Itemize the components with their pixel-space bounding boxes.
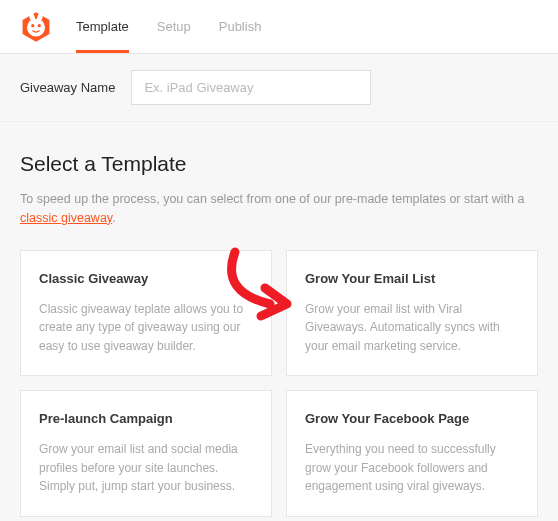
template-card-classic-giveaway[interactable]: Classic Giveaway Classic giveaway teplat… [20,250,272,377]
subtitle-pre: To speed up the process, you can select … [20,192,524,206]
card-desc: Grow your email list and social media pr… [39,440,253,496]
card-desc: Grow your email list with Viral Giveaway… [305,300,519,356]
classic-giveaway-link[interactable]: classic giveaway [20,211,112,225]
giveaway-name-label: Giveaway Name [20,80,115,95]
card-title: Grow Your Facebook Page [305,411,519,426]
svg-point-3 [27,18,45,36]
card-desc: Classic giveaway teplate allows you to c… [39,300,253,356]
logo-icon [20,11,52,43]
section-subtitle: To speed up the process, you can select … [20,190,538,228]
template-card-pre-launch[interactable]: Pre-launch Campaign Grow your email list… [20,390,272,517]
tab-publish[interactable]: Publish [219,0,262,53]
card-desc: Everything you need to successfully grow… [305,440,519,496]
card-title: Classic Giveaway [39,271,253,286]
tab-template[interactable]: Template [76,0,129,53]
template-grid: Classic Giveaway Classic giveaway teplat… [20,250,538,522]
section-title: Select a Template [20,152,538,176]
svg-point-5 [38,24,41,27]
svg-point-4 [31,24,34,27]
template-content: Select a Template To speed up the proces… [0,122,558,521]
template-card-grow-facebook[interactable]: Grow Your Facebook Page Everything you n… [286,390,538,517]
giveaway-name-input[interactable] [131,70,371,105]
tab-setup[interactable]: Setup [157,0,191,53]
template-card-grow-email-list[interactable]: Grow Your Email List Grow your email lis… [286,250,538,377]
top-bar: Template Setup Publish [0,0,558,54]
subtitle-post: . [112,211,115,225]
giveaway-name-section: Giveaway Name [0,54,558,122]
card-title: Pre-launch Campaign [39,411,253,426]
card-title: Grow Your Email List [305,271,519,286]
wizard-tabs: Template Setup Publish [76,0,261,53]
